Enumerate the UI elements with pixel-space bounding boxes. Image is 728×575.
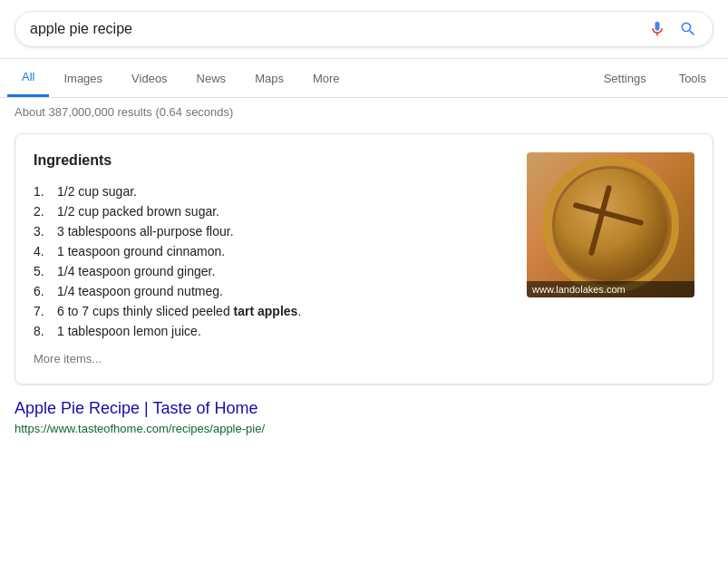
list-item: 1. 1/2 cup sugar. xyxy=(34,181,512,201)
list-item: 5. 1/4 teaspoon ground ginger. xyxy=(34,261,512,281)
search-bar xyxy=(15,11,713,47)
nav-left: All Images Videos News Maps More xyxy=(7,59,589,97)
tab-videos[interactable]: Videos xyxy=(117,61,182,96)
list-item: 6. 1/4 teaspoon ground nutmeg. xyxy=(34,281,512,301)
tab-all[interactable]: All xyxy=(7,59,49,97)
tab-maps[interactable]: Maps xyxy=(240,61,298,96)
tab-tools[interactable]: Tools xyxy=(665,61,721,96)
pie-visual xyxy=(527,152,694,297)
search-icon[interactable] xyxy=(678,19,698,39)
list-item: 7. 6 to 7 cups thinly sliced peeled tart… xyxy=(34,301,512,321)
list-item: 8. 1 tablespoon lemon juice. xyxy=(34,321,512,341)
nav-tabs: All Images Videos News Maps More Setting… xyxy=(0,59,728,98)
tab-news[interactable]: News xyxy=(182,61,241,96)
tab-images[interactable]: Images xyxy=(49,61,117,96)
list-item: 3. 3 tablespoons all-purpose flour. xyxy=(34,221,512,241)
search-icons xyxy=(647,19,698,39)
result-card: Ingredients 1. 1/2 cup sugar. 2. 1/2 cup… xyxy=(15,133,713,385)
pie-circle xyxy=(552,166,670,284)
tab-more[interactable]: More xyxy=(298,61,354,96)
card-image: www.landolakes.com xyxy=(527,152,694,297)
results-info: About 387,000,000 results (0.64 seconds) xyxy=(0,98,728,126)
tab-settings[interactable]: Settings xyxy=(589,61,661,96)
card-image-area: www.landolakes.com xyxy=(527,152,694,365)
ingredients-list: 1. 1/2 cup sugar. 2. 1/2 cup packed brow… xyxy=(34,181,512,341)
result-url: https://www.tasteofhome.com/recipes/appl… xyxy=(15,422,713,435)
result-title-link[interactable]: Apple Pie Recipe | Taste of Home xyxy=(15,399,713,418)
image-source: www.landolakes.com xyxy=(527,281,694,297)
more-items-link[interactable]: More items... xyxy=(34,352,512,365)
search-bar-container xyxy=(0,0,728,59)
mic-icon[interactable] xyxy=(647,19,667,39)
link-result: Apple Pie Recipe | Taste of Home https:/… xyxy=(15,399,713,435)
card-text: Ingredients 1. 1/2 cup sugar. 2. 1/2 cup… xyxy=(34,152,512,365)
nav-right: Settings Tools xyxy=(589,61,721,96)
ingredients-title: Ingredients xyxy=(34,152,512,169)
list-item: 4. 1 teaspoon ground cinnamon. xyxy=(34,241,512,261)
card-content: Ingredients 1. 1/2 cup sugar. 2. 1/2 cup… xyxy=(34,152,694,365)
list-item: 2. 1/2 cup packed brown sugar. xyxy=(34,201,512,221)
search-input[interactable] xyxy=(30,21,647,37)
